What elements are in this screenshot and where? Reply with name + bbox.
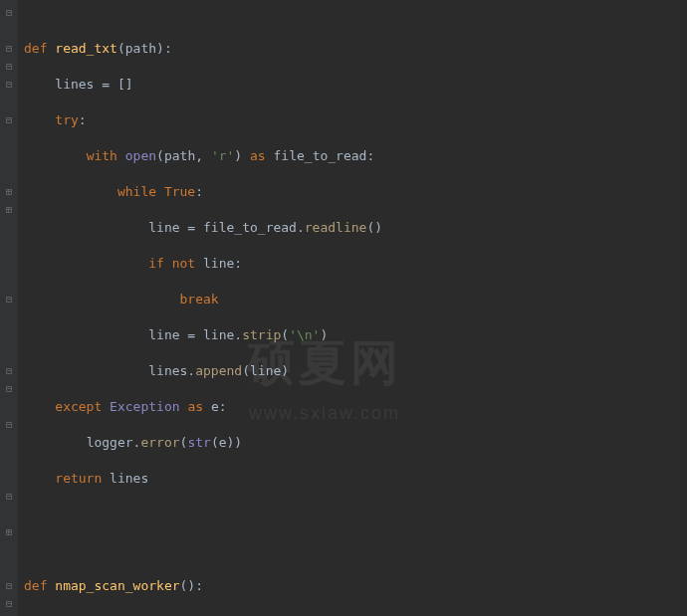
code-line <box>24 506 687 523</box>
code-line[interactable]: line = file_to_read.readline() <box>24 219 687 237</box>
gutter-row <box>0 398 18 416</box>
gutter-row: ⊞ <box>0 183 18 201</box>
gutter-row: ⊟ <box>0 76 18 94</box>
gutter-row <box>0 559 18 577</box>
code-area[interactable]: def read_txt(path): lines = [] try: with… <box>18 0 687 616</box>
fold-open-icon[interactable]: ⊟ <box>4 115 14 125</box>
gutter-row: ⊟ <box>0 40 18 58</box>
code-line[interactable]: with open(path, 'r') as file_to_read: <box>24 147 687 165</box>
code-line[interactable]: def nmap_scan_worker(): <box>24 577 687 595</box>
gutter-row <box>0 273 18 291</box>
gutter-row: ⊟ <box>0 577 18 595</box>
code-line[interactable]: except Exception as e: <box>24 398 687 416</box>
gutter-row <box>0 434 18 452</box>
code-line[interactable]: try: <box>24 111 687 129</box>
fold-open-icon[interactable]: ⊟ <box>4 420 14 430</box>
fold-open-icon[interactable]: ⊟ <box>4 80 14 90</box>
gutter-row: ⊟ <box>0 488 18 506</box>
code-line[interactable]: logger.error(str(e)) <box>24 434 687 452</box>
gutter-row <box>0 506 18 523</box>
gutter-row: ⊟ <box>0 4 18 22</box>
fold-open-icon[interactable]: ⊟ <box>4 62 14 72</box>
fold-gutter: ⊟⊟⊟⊟⊟⊞⊞⊟⊟⊟⊟⊟⊞⊟⊟⊟ <box>0 0 18 616</box>
code-line[interactable]: return lines <box>24 470 687 488</box>
gutter-row: ⊟ <box>0 111 18 129</box>
gutter-row <box>0 165 18 183</box>
gutter-row: ⊟ <box>0 291 18 308</box>
gutter-row: ⊞ <box>0 523 18 541</box>
fold-open-icon[interactable]: ⊟ <box>4 295 14 305</box>
gutter-row: ⊟ <box>0 58 18 76</box>
code-line[interactable]: line = line.strip('\n') <box>24 326 687 344</box>
gutter-row <box>0 326 18 344</box>
fold-close-icon[interactable]: ⊞ <box>4 187 14 197</box>
fold-close-icon[interactable]: ⊞ <box>4 205 14 215</box>
code-line[interactable]: while True: <box>24 183 687 201</box>
code-line[interactable]: lines.append(line) <box>24 362 687 380</box>
gutter-row <box>0 22 18 40</box>
gutter-row <box>0 129 18 147</box>
gutter-row <box>0 308 18 326</box>
code-line[interactable]: def read_txt(path): <box>24 40 687 58</box>
code-line <box>24 541 687 559</box>
fold-open-icon[interactable]: ⊟ <box>4 599 14 609</box>
gutter-row <box>0 219 18 237</box>
gutter-row: ⊟ <box>0 595 18 613</box>
gutter-row: ⊞ <box>0 201 18 219</box>
fold-open-icon[interactable]: ⊟ <box>4 384 14 394</box>
fold-close-icon[interactable]: ⊞ <box>4 527 14 537</box>
gutter-row <box>0 94 18 111</box>
fold-open-icon[interactable]: ⊟ <box>4 492 14 502</box>
gutter-row <box>0 237 18 255</box>
fold-open-icon[interactable]: ⊟ <box>4 44 14 54</box>
fold-open-icon[interactable]: ⊟ <box>4 8 14 18</box>
code-line[interactable]: lines = [] <box>24 76 687 94</box>
gutter-row <box>0 541 18 559</box>
gutter-row <box>0 470 18 488</box>
gutter-row <box>0 147 18 165</box>
gutter-row <box>0 344 18 362</box>
code-line[interactable]: break <box>24 291 687 308</box>
gutter-row: ⊟ <box>0 380 18 398</box>
gutter-row: ⊟ <box>0 362 18 380</box>
code-editor[interactable]: ⊟⊟⊟⊟⊟⊞⊞⊟⊟⊟⊟⊟⊞⊟⊟⊟ def read_txt(path): lin… <box>0 0 687 616</box>
gutter-row <box>0 255 18 273</box>
gutter-row <box>0 452 18 470</box>
code-line[interactable]: if not line: <box>24 255 687 273</box>
fold-open-icon[interactable]: ⊟ <box>4 581 14 591</box>
gutter-row: ⊟ <box>0 416 18 434</box>
fold-open-icon[interactable]: ⊟ <box>4 366 14 376</box>
